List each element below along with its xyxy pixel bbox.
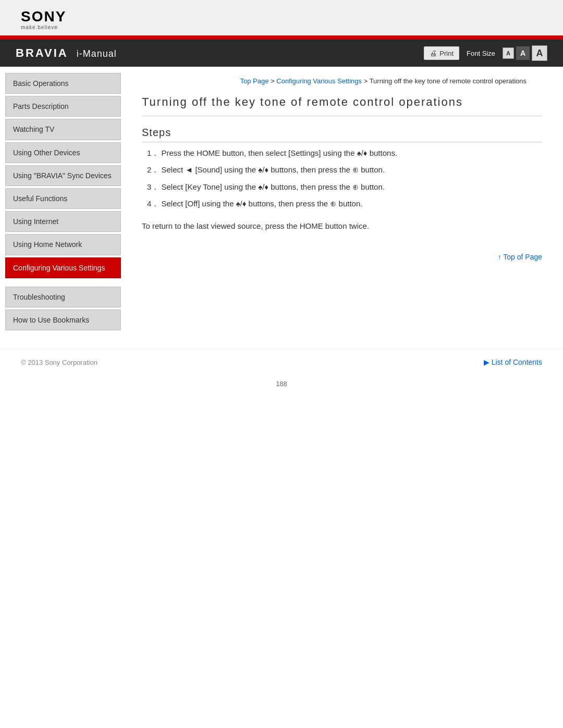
step-1: 1． Press the HOME button, then select [S… — [142, 147, 542, 159]
sidebar-item-useful-functions[interactable]: Useful Functions — [5, 188, 121, 209]
note-text: To return to the last viewed source, pre… — [142, 220, 542, 232]
page-title: Turning off the key tone of remote contr… — [142, 94, 542, 116]
step-1-number: 1． — [147, 149, 159, 157]
copyright: © 2013 Sony Corporation — [21, 359, 97, 366]
print-label: Print — [439, 50, 454, 57]
step-2-text: Select ◄ [Sound] using the ♠/♦ buttons, … — [162, 165, 385, 174]
content-area: Top Page > Configuring Various Settings … — [126, 67, 563, 339]
top-of-page-link[interactable]: Top of Page — [498, 253, 542, 261]
bottom-bar: © 2013 Sony Corporation List of Contents — [0, 349, 563, 375]
page-wrapper: SONY make.believe BRAVIA i-Manual 🖨 Prin… — [0, 0, 563, 728]
red-banner — [0, 35, 563, 40]
steps-heading: Steps — [142, 127, 542, 142]
step-2-number: 2． — [147, 165, 159, 174]
arrow-right-icon — [484, 358, 492, 366]
sidebar-item-troubleshooting[interactable]: Troubleshooting — [5, 287, 121, 307]
sidebar-item-configuring-settings[interactable]: Configuring Various Settings — [5, 257, 121, 278]
sidebar: Basic Operations Parts Description Watch… — [0, 67, 126, 339]
sony-logo: SONY make.believe — [21, 9, 542, 30]
imanual-text: i-Manual — [77, 48, 117, 59]
step-3-number: 3． — [147, 182, 159, 191]
title-bar-right: 🖨 Print Font Size A A A — [424, 45, 547, 61]
list-of-contents-link[interactable]: List of Contents — [484, 358, 542, 366]
font-size-label: Font Size — [467, 50, 495, 57]
sidebar-item-parts-description[interactable]: Parts Description — [5, 96, 121, 117]
font-size-medium-button[interactable]: A — [516, 46, 530, 60]
font-size-buttons: A A A — [503, 45, 547, 61]
step-4: 4． Select [Off] using the ♠/♦ buttons, t… — [142, 198, 542, 210]
breadcrumb-configuring[interactable]: Configuring Various Settings — [276, 77, 362, 85]
step-3: 3． Select [Key Tone] using the ♠/♦ butto… — [142, 181, 542, 193]
step-4-text: Select [Off] using the ♠/♦ buttons, then… — [162, 199, 363, 208]
sidebar-item-using-internet[interactable]: Using Internet — [5, 211, 121, 232]
steps-list: 1． Press the HOME button, then select [S… — [142, 147, 542, 210]
bravia-title: BRAVIA i-Manual — [16, 46, 117, 60]
step-1-text: Press the HOME button, then select [Sett… — [162, 149, 398, 157]
print-button[interactable]: 🖨 Print — [424, 46, 459, 60]
font-size-small-button[interactable]: A — [503, 47, 514, 59]
top-bar: SONY make.believe — [0, 0, 563, 35]
title-bar: BRAVIA i-Manual 🖨 Print Font Size A A A — [0, 40, 563, 67]
step-3-text: Select [Key Tone] using the ♠/♦ buttons,… — [162, 182, 385, 191]
breadcrumb-sep2: > — [364, 77, 370, 85]
sony-logo-text: SONY — [21, 9, 542, 24]
main-layout: Basic Operations Parts Description Watch… — [0, 67, 563, 339]
arrow-up-icon — [498, 253, 504, 261]
printer-icon: 🖨 — [430, 49, 437, 57]
sony-tagline: make.believe — [21, 25, 542, 30]
breadcrumb-top-page[interactable]: Top Page — [240, 77, 268, 85]
sidebar-item-using-other-devices[interactable]: Using Other Devices — [5, 142, 121, 163]
bravia-text: BRAVIA — [16, 46, 68, 60]
step-4-number: 4． — [147, 199, 159, 208]
breadcrumb-current: Turning off the key tone of remote contr… — [370, 77, 527, 85]
sidebar-divider — [0, 280, 126, 287]
sidebar-item-basic-operations[interactable]: Basic Operations — [5, 73, 121, 94]
breadcrumb-sep1: > — [271, 77, 276, 85]
sidebar-item-watching-tv[interactable]: Watching TV — [5, 119, 121, 140]
bottom-links: List of Contents — [484, 358, 542, 366]
step-2: 2． Select ◄ [Sound] using the ♠/♦ button… — [142, 164, 542, 176]
font-size-large-button[interactable]: A — [532, 45, 547, 61]
breadcrumb: Top Page > Configuring Various Settings … — [142, 72, 542, 86]
sidebar-item-using-bravia-sync[interactable]: Using "BRAVIA" Sync Devices — [5, 165, 121, 186]
footer-links: Top of Page — [142, 253, 542, 261]
page-number: 188 — [0, 375, 563, 393]
sidebar-item-how-to-use-bookmarks[interactable]: How to Use Bookmarks — [5, 310, 121, 330]
sidebar-item-using-home-network[interactable]: Using Home Network — [5, 234, 121, 255]
